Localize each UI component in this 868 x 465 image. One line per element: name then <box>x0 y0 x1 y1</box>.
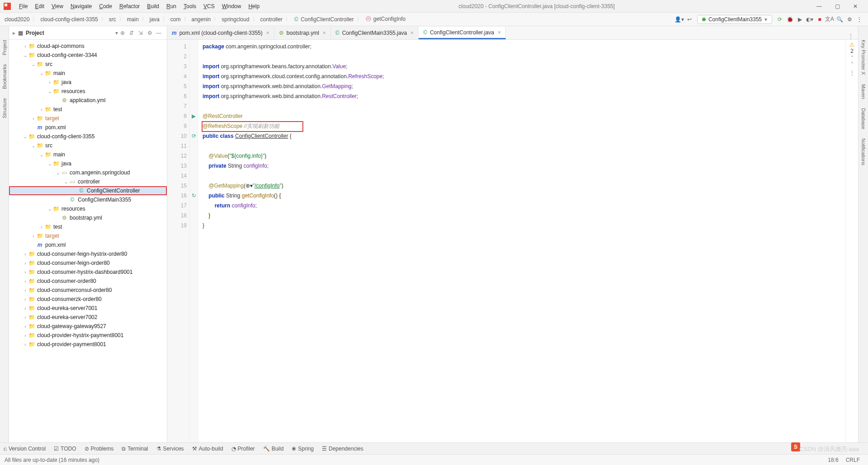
left-tab-bookmarks[interactable]: Bookmarks <box>1 60 8 94</box>
minimize-button[interactable]: — <box>810 3 828 9</box>
breadcrumb-3[interactable]: main <box>126 16 140 23</box>
bottom-tool-services[interactable]: ⚗Services <box>156 446 184 452</box>
stop-icon[interactable]: ■ <box>815 16 825 23</box>
tree-item[interactable]: mpom.xml <box>9 123 167 132</box>
breadcrumb-0[interactable]: cloud2020 <box>4 16 30 23</box>
tree-item[interactable]: ⌄📁main <box>9 150 167 159</box>
tree-item[interactable]: ›📁cloud-consumerzk-order80 <box>9 295 167 304</box>
tree-item[interactable]: ›📁test <box>9 105 167 114</box>
maximize-button[interactable]: ▢ <box>828 3 846 9</box>
more-icon[interactable]: ⋮ <box>854 16 864 23</box>
run-configuration-select[interactable]: ConfigClientMain3355 ▾ <box>697 15 772 24</box>
search-icon[interactable]: 🔍 <box>835 16 844 23</box>
editor-tab[interactable]: ⚙bootstrap.yml× <box>274 27 331 39</box>
code-line-16[interactable]: public String getConfigInfo() { <box>203 191 841 201</box>
tree-item[interactable]: ⌄📁resources <box>9 87 167 96</box>
bottom-tool-profiler[interactable]: ◔Profiler <box>231 446 255 452</box>
breadcrumb-6[interactable]: angenin <box>191 16 212 23</box>
bottom-tool-todo[interactable]: ☑TODO <box>54 446 76 452</box>
menu-vcs[interactable]: VCS <box>200 3 218 9</box>
code-line-10[interactable]: public class ConfigClientController { <box>203 131 841 141</box>
inspection-down-icon[interactable]: ˅ <box>848 61 856 68</box>
tree-item[interactable]: ›📁target <box>9 231 167 240</box>
bottom-tool-build[interactable]: 🔨Build <box>263 446 284 452</box>
run-coverage-icon[interactable]: ▶ <box>795 16 805 23</box>
code-line-1[interactable]: package com.angenin.springcloud.controll… <box>203 42 841 52</box>
code-line-5[interactable]: import org.springframework.web.bind.anno… <box>203 81 841 91</box>
tab-close-icon[interactable]: × <box>410 30 414 36</box>
expand-icon[interactable]: ⇵ <box>127 30 136 36</box>
tab-close-icon[interactable]: × <box>323 30 326 36</box>
editor-tab[interactable]: ©ConfigClientController.java× <box>419 27 506 39</box>
tree-item[interactable]: ›📁cloud-consumer-feign-order80 <box>9 258 167 268</box>
tree-item[interactable]: ›📁cloud-consumer-feign-hystrix-order80 <box>9 249 167 258</box>
gear-icon[interactable]: ⚙ <box>145 30 154 36</box>
code-line-12[interactable]: @Value("${config.info}") <box>203 151 841 161</box>
tree-item[interactable]: ©ConfigClientController <box>9 186 167 195</box>
tree-item[interactable]: mpom.xml <box>9 240 167 249</box>
left-tab-structure[interactable]: Structure <box>1 94 8 123</box>
menu-navigate[interactable]: Navigate <box>67 3 95 9</box>
breadcrumb-10[interactable]: ⓜ getConfigInfo <box>364 15 407 23</box>
code-line-18[interactable]: } <box>203 211 841 221</box>
menu-file[interactable]: File <box>15 3 31 9</box>
breadcrumb-7[interactable]: springcloud <box>221 16 250 23</box>
editor-tab[interactable]: mpom.xml (cloud-config-client-3355)× <box>167 27 274 39</box>
menu-code[interactable]: Code <box>95 3 116 9</box>
menu-window[interactable]: Window <box>218 3 245 9</box>
menu-edit[interactable]: Edit <box>31 3 48 9</box>
user-icon[interactable]: 👤▾ <box>675 16 684 23</box>
tree-item[interactable]: ›📁cloud-eureka-server7002 <box>9 313 167 322</box>
tree-item[interactable]: ⌄📁java <box>9 159 167 168</box>
code-line-3[interactable]: import org.springframework.beans.factory… <box>203 61 841 71</box>
back-icon[interactable]: ↩ <box>684 16 694 23</box>
tree-item[interactable]: ›📁test <box>9 222 167 231</box>
tree-item[interactable]: ›📁cloud-consumer-hystrix-dashboard9001 <box>9 268 167 277</box>
editor-tab[interactable]: ©ConfigClientMain3355.java× <box>331 27 419 39</box>
bottom-tool-auto-build[interactable]: ⚒Auto-build <box>192 446 223 452</box>
breadcrumb-9[interactable]: © ConfigClientController <box>292 16 355 23</box>
bottom-tool-version-control[interactable]: ⎌Version Control <box>4 446 46 452</box>
tree-item[interactable]: ⌄📁resources <box>9 204 167 213</box>
breadcrumb-2[interactable]: src <box>108 16 117 23</box>
code-line-13[interactable]: private String configInfo; <box>203 161 841 171</box>
tree-item[interactable]: ⌄📁cloud-config-client-3355 <box>9 132 167 141</box>
right-tab-database[interactable]: Database <box>860 103 867 134</box>
tree-item[interactable]: ›📁target <box>9 114 167 123</box>
update-icon[interactable]: ⟳ <box>775 16 785 23</box>
project-tree[interactable]: ›📁cloud-api-commons⌄📁cloud-config-center… <box>9 40 167 442</box>
code-editor[interactable]: package com.angenin.springcloud.controll… <box>198 40 845 442</box>
breadcrumb[interactable]: cloud2020〉cloud-config-client-3355〉src〉m… <box>4 15 406 23</box>
tree-item[interactable]: ⌄📁src <box>9 141 167 150</box>
right-tab-keypromoter[interactable]: Key Promoter X <box>860 35 867 80</box>
tab-close-icon[interactable]: × <box>266 30 269 36</box>
tree-item[interactable]: ⌄📁main <box>9 69 167 78</box>
translate-icon[interactable]: 文A <box>825 15 835 23</box>
tree-item[interactable]: ›📁cloud-eureka-server7001 <box>9 304 167 313</box>
tree-item[interactable]: ⌄📁src <box>9 60 167 69</box>
breadcrumb-5[interactable]: com <box>170 16 182 23</box>
breadcrumb-4[interactable]: java <box>149 16 160 23</box>
tree-item[interactable]: ©ConfigClientMain3355 <box>9 195 167 204</box>
code-line-7[interactable] <box>203 101 841 111</box>
bottom-tool-spring[interactable]: ❀Spring <box>292 446 314 452</box>
right-tab-notifications[interactable]: Notifications <box>860 134 867 170</box>
breadcrumb-1[interactable]: cloud-config-client-3355 <box>39 16 99 23</box>
menu-run[interactable]: Run <box>163 3 180 9</box>
bottom-tool-dependencies[interactable]: ☰Dependencies <box>322 446 363 452</box>
tree-item[interactable]: ›📁cloud-provider-hystrix-payment8001 <box>9 331 167 340</box>
right-tab-maven[interactable]: Maven <box>860 80 867 103</box>
tree-item[interactable]: ⌄▭controller <box>9 177 167 186</box>
editor-more-icon[interactable]: ⋮ <box>848 70 856 76</box>
collapse-icon[interactable]: ⇲ <box>136 30 145 36</box>
code-line-4[interactable]: import org.springframework.cloud.context… <box>203 71 841 81</box>
tree-item[interactable]: ›📁cloud-provider-payment8001 <box>9 340 167 349</box>
tabs-more-icon[interactable]: ⋮ <box>844 33 858 39</box>
inspection-up-icon[interactable]: ˄ <box>848 55 856 61</box>
tree-item[interactable]: ⌄📁cloud-config-center-3344 <box>9 51 167 60</box>
tree-item[interactable]: ›📁java <box>9 78 167 87</box>
menu-help[interactable]: Help <box>245 3 263 9</box>
code-line-8[interactable]: @RestController <box>203 111 841 121</box>
menu-build[interactable]: Build <box>143 3 163 9</box>
tree-item[interactable]: ›📁cloud-gateway-gateway9527 <box>9 322 167 331</box>
